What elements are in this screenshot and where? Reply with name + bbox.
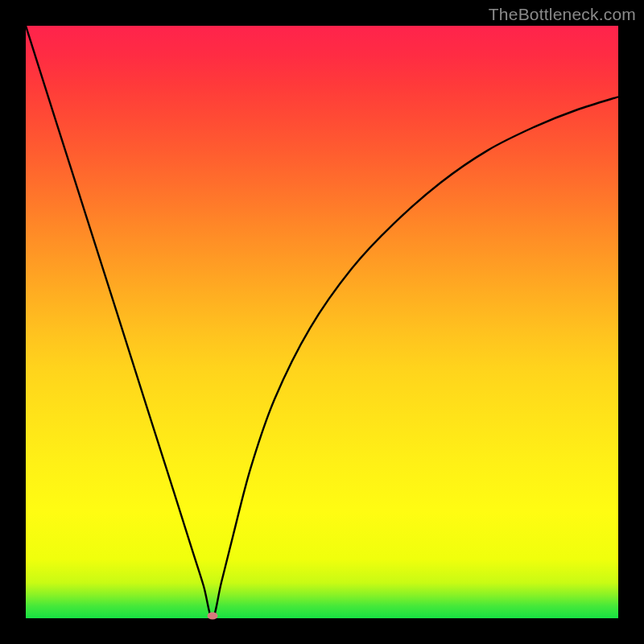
watermark-label: TheBottleneck.com (489, 5, 636, 24)
min-marker (207, 613, 217, 620)
plot-area (26, 26, 618, 618)
curve-path (26, 26, 618, 618)
chart-frame: TheBottleneck.com (0, 0, 644, 644)
bottleneck-curve (26, 26, 618, 618)
